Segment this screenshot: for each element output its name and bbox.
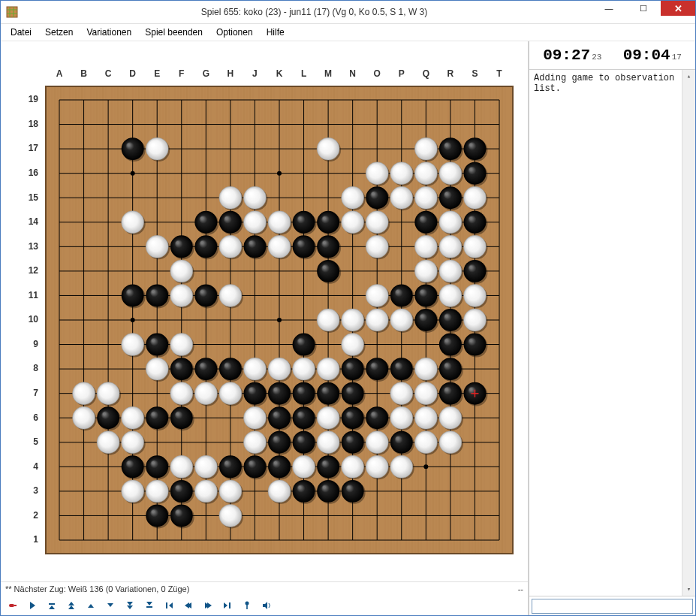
close-button[interactable]: ✕ xyxy=(661,1,695,16)
nav-first-icon[interactable] xyxy=(163,599,175,611)
nav-prev-icon[interactable] xyxy=(182,599,194,611)
menubar: DateiSetzenVariationenSpiel beendenOptio… xyxy=(1,24,695,41)
nav-last-icon[interactable] xyxy=(221,599,234,611)
svg-marker-8 xyxy=(49,605,55,609)
minimize-button[interactable]: — xyxy=(592,1,626,16)
record-icon[interactable] xyxy=(7,599,19,611)
scrollbar[interactable]: ▴ ▾ xyxy=(682,70,695,596)
svg-rect-5 xyxy=(9,604,14,607)
go-board[interactable] xyxy=(1,41,528,572)
svg-rect-27 xyxy=(246,605,248,609)
svg-marker-11 xyxy=(68,602,74,605)
menu-optionen[interactable]: Optionen xyxy=(209,25,260,40)
nav-next-icon[interactable] xyxy=(202,599,214,611)
menu-datei[interactable]: Datei xyxy=(4,25,38,40)
svg-marker-12 xyxy=(88,604,94,608)
sound-icon[interactable] xyxy=(261,599,273,611)
play-icon[interactable] xyxy=(26,599,38,611)
down-fast-icon[interactable] xyxy=(124,599,136,611)
clock-black: 09:2723 xyxy=(543,47,601,64)
svg-rect-25 xyxy=(229,602,230,608)
down-all-icon[interactable] xyxy=(143,599,155,611)
svg-marker-16 xyxy=(146,602,152,605)
menu-variationen[interactable]: Variationen xyxy=(80,25,138,40)
clock-white: 09:0417 xyxy=(623,47,682,64)
svg-marker-13 xyxy=(107,603,113,607)
log-panel: Adding game to observation list. ▴ ▾ xyxy=(529,70,695,596)
back-icon[interactable] xyxy=(85,599,97,611)
down-icon[interactable] xyxy=(104,599,116,611)
svg-rect-6 xyxy=(14,605,17,606)
svg-marker-14 xyxy=(127,602,133,605)
svg-marker-23 xyxy=(207,602,212,608)
status-next-move: ** Nächster Zug: Weiß 136 (0 Variationen… xyxy=(5,584,189,593)
app-icon xyxy=(6,6,18,18)
pin-icon[interactable] xyxy=(241,599,253,611)
scroll-down-icon[interactable]: ▾ xyxy=(682,583,695,596)
svg-rect-17 xyxy=(146,606,152,608)
svg-marker-7 xyxy=(30,602,35,609)
svg-marker-15 xyxy=(127,605,133,609)
menu-hilfe[interactable]: Hilfe xyxy=(260,25,291,40)
status-right: -- xyxy=(518,584,523,593)
menu-spiel-beenden[interactable]: Spiel beenden xyxy=(138,25,209,40)
svg-marker-10 xyxy=(68,605,74,609)
maximize-button[interactable]: ☐ xyxy=(626,1,661,16)
first-icon[interactable] xyxy=(46,599,58,611)
svg-marker-28 xyxy=(263,602,267,609)
svg-rect-19 xyxy=(166,602,167,608)
svg-point-26 xyxy=(246,602,249,605)
svg-marker-21 xyxy=(185,602,189,608)
svg-rect-9 xyxy=(49,603,55,605)
chat-input[interactable] xyxy=(532,599,693,614)
svg-marker-24 xyxy=(224,602,227,608)
menu-setzen[interactable]: Setzen xyxy=(38,25,80,40)
svg-marker-18 xyxy=(169,602,173,608)
svg-rect-0 xyxy=(7,7,17,17)
back-fast-icon[interactable] xyxy=(65,599,77,611)
scroll-up-icon[interactable]: ▴ xyxy=(682,70,695,83)
